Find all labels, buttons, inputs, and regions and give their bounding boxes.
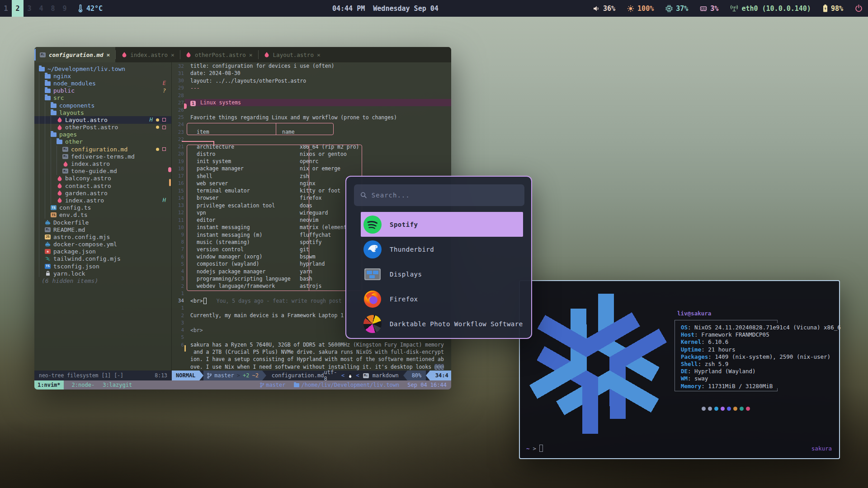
- tree-item[interactable]: components: [34, 102, 171, 109]
- tree-item[interactable]: node_modulesE: [34, 80, 171, 87]
- tmux-window[interactable]: 3:lazygit: [103, 382, 132, 388]
- table-cell-name: firefox: [300, 195, 321, 201]
- tree-item[interactable]: (6 hidden items): [34, 277, 171, 284]
- launcher-entry-label: Firefox: [390, 296, 418, 303]
- memory-widget[interactable]: 3%: [700, 5, 718, 13]
- editor-line[interactable]: and a 2TB (Crucial P5 Plus) NVMe drive. …: [172, 348, 451, 356]
- temperature-widget[interactable]: 42°C: [78, 5, 103, 13]
- tree-item[interactable]: public?: [34, 87, 171, 94]
- launcher-entry[interactable]: Thunderbird: [361, 237, 523, 262]
- tree-item[interactable]: layouts: [34, 109, 171, 116]
- tree-item[interactable]: TSconfig.ts: [34, 204, 171, 211]
- editor-line[interactable]: 20nixos or gentoodistro: [172, 150, 451, 158]
- editor-line[interactable]: 23nameitem: [172, 128, 451, 136]
- tree-item[interactable]: Dockerfile: [34, 219, 171, 226]
- tree-item[interactable]: Layout.astroH: [34, 116, 171, 123]
- tree-item[interactable]: pages: [34, 131, 171, 138]
- tree-item[interactable]: src: [34, 94, 171, 102]
- tab-configuration-md[interactable]: M↓configuration.md×: [34, 47, 115, 62]
- workspace-button[interactable]: 4: [35, 0, 47, 17]
- launcher-entry[interactable]: Firefox: [361, 286, 523, 311]
- volume-widget[interactable]: 36%: [593, 5, 615, 13]
- editor-line[interactable]: 19openrcinit system: [172, 158, 451, 165]
- editor-line[interactable]: 31date: 2024-08-30: [172, 70, 451, 77]
- tree-item[interactable]: tailwind.config.mjs: [34, 255, 171, 263]
- editor-line[interactable]: 21x86_64 (rip m2 pro)architecture: [172, 143, 451, 150]
- workspace-button[interactable]: 8: [47, 0, 59, 17]
- editor-line[interactable]: 6sakura has a Ryzen 5 7640U, 32GB of DDR…: [172, 341, 451, 348]
- line-number: 3: [172, 276, 184, 282]
- editor-line[interactable]: 24: [172, 121, 451, 128]
- tree-item[interactable]: npackage.json: [34, 248, 171, 255]
- network-widget[interactable]: eth0 (10.0.0.140): [730, 5, 811, 13]
- editor-line[interactable]: ove. I use Nix when I need software with…: [172, 363, 451, 371]
- tree-item[interactable]: index.astro: [34, 160, 171, 167]
- fetch-info-label: Shell: [681, 361, 698, 367]
- shell-prompt[interactable]: ~ >: [526, 445, 543, 452]
- tmux-statusbar: 1:nvim*2:node-3:lazygit master /home/liv…: [34, 380, 451, 389]
- editor-line[interactable]: 29---: [172, 84, 451, 92]
- tree-item[interactable]: TSenv.d.ts: [34, 211, 171, 219]
- indent-guide: [51, 138, 57, 145]
- fetch-info-line: Memory: 11731MiB / 31280MiB: [681, 383, 841, 390]
- brightness-widget[interactable]: 100%: [627, 5, 654, 13]
- fetch-info-label: WM: [681, 375, 688, 382]
- tree-item[interactable]: other: [34, 138, 171, 145]
- tab-close-icon[interactable]: ×: [317, 52, 321, 58]
- power-button[interactable]: [855, 5, 863, 12]
- tab-close-icon[interactable]: ×: [249, 52, 253, 58]
- cpu-widget[interactable]: 37%: [665, 5, 688, 13]
- editor-line[interactable]: 30layout: ../../layouts/otherPost.astro: [172, 77, 451, 84]
- editor-line[interactable]: 18nix or emergepackage manager: [172, 165, 451, 172]
- tree-item[interactable]: M↓fediverse-terms.md: [34, 153, 171, 160]
- tree-item[interactable]: M↓README.md: [34, 226, 171, 233]
- tmux-path: /home/liv/Development/liv.town: [302, 382, 400, 388]
- battery-value: 98%: [831, 5, 843, 13]
- tree-item[interactable]: garden.astro: [34, 189, 171, 197]
- editor-line[interactable]: 25Favorite things regarding Linux and my…: [172, 114, 451, 121]
- tree-item[interactable]: JSastro.config.mjs: [34, 233, 171, 240]
- tree-item[interactable]: docker-compose.yml: [34, 241, 171, 248]
- editor-line[interactable]: 271Linux systems: [172, 99, 451, 106]
- launcher-entry[interactable]: Spotify: [361, 212, 523, 237]
- tmux-window[interactable]: 1:nvim*: [34, 380, 64, 389]
- tab-otherPost-astro[interactable]: otherPost.astro×: [180, 47, 258, 62]
- launcher-entry[interactable]: Darktable Photo Workflow Software: [361, 311, 523, 336]
- launcher-search[interactable]: [354, 184, 524, 206]
- tree-item[interactable]: yarn.lock: [34, 270, 171, 277]
- tree-item[interactable]: M↓tone-guide.md: [34, 168, 171, 175]
- file-encoding: utf-8: [324, 369, 338, 382]
- tree-item[interactable]: TStsconfig.json: [34, 263, 171, 270]
- tree-item[interactable]: otherPost.astro: [34, 124, 171, 131]
- tree-item[interactable]: M↓configuration.md: [34, 145, 171, 153]
- editor-line[interactable]: 28: [172, 92, 451, 99]
- workspace-button[interactable]: 9: [59, 0, 71, 17]
- network-value: eth0 (10.0.0.140): [741, 5, 811, 13]
- workspace-button[interactable]: 1: [0, 0, 12, 17]
- tab-Layout-astro[interactable]: Layout.astro×: [259, 47, 326, 62]
- tree-item[interactable]: nginx: [34, 72, 171, 80]
- tmux-window[interactable]: 2:node-: [72, 382, 95, 388]
- workspace-button[interactable]: 2: [12, 0, 24, 17]
- editor-line[interactable]: ion. I have a setup consisting of Hyprla…: [172, 356, 451, 363]
- line-text: web server: [190, 180, 228, 187]
- color-dot: [708, 407, 712, 411]
- tree-item[interactable]: index.astroH: [34, 197, 171, 204]
- tree-item-label: README.md: [53, 226, 85, 233]
- tab-close-icon[interactable]: ×: [171, 52, 175, 58]
- editor-line[interactable]: 32title: configuration for devices i use…: [172, 62, 451, 70]
- launcher-entry[interactable]: Displays: [361, 262, 523, 286]
- tree-item[interactable]: contact.astro: [34, 182, 171, 189]
- editor-line[interactable]: 26: [172, 106, 451, 113]
- battery-widget[interactable]: 98%: [823, 5, 843, 13]
- tab-close-icon[interactable]: ×: [106, 52, 110, 58]
- workspace-button[interactable]: 3: [24, 0, 35, 17]
- tree-item[interactable]: ~/Development/liv.town: [34, 65, 171, 72]
- editor-line[interactable]: 22: [172, 136, 451, 143]
- tab-index-astro[interactable]: index.astro×: [116, 47, 180, 62]
- search-input[interactable]: [372, 192, 518, 199]
- indent-guide: [39, 211, 45, 219]
- clock-widget[interactable]: 04:44 PM Wednesday Sep 04: [332, 0, 439, 17]
- cpu-value: 37%: [676, 5, 688, 13]
- tree-item[interactable]: balcony.astro: [34, 175, 171, 182]
